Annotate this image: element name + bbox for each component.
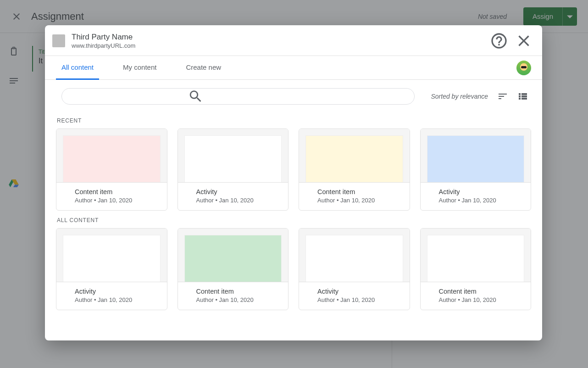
sort-label: Sorted by relevance <box>431 93 488 100</box>
card-subtitle: Author • Jan 10, 2020 <box>439 197 524 204</box>
search-input[interactable] <box>61 88 415 105</box>
content-card[interactable]: ActivityAuthor • Jan 10, 2020 <box>299 228 410 310</box>
recent-grid: Content itemAuthor • Jan 10, 2020Activit… <box>56 128 531 211</box>
tab-create-new[interactable]: Create new <box>180 56 227 80</box>
card-subtitle: Author • Jan 10, 2020 <box>196 296 281 303</box>
section-recent-label: RECENT <box>57 117 531 124</box>
card-subtitle: Author • Jan 10, 2020 <box>75 197 160 204</box>
content-card[interactable]: Content itemAuthor • Jan 10, 2020 <box>420 228 532 310</box>
card-subtitle: Author • Jan 10, 2020 <box>317 197 402 204</box>
tab-all-content[interactable]: All content <box>56 56 99 80</box>
modal-url: www.thirdpartyURL.com <box>72 42 483 49</box>
card-title: Activity <box>196 188 281 195</box>
tab-my-content[interactable]: My content <box>117 56 162 80</box>
content-card[interactable]: Content itemAuthor • Jan 10, 2020 <box>178 228 289 310</box>
card-subtitle: Author • Jan 10, 2020 <box>317 296 402 303</box>
card-title: Content item <box>439 288 524 295</box>
card-thumbnail <box>305 235 403 282</box>
card-title: Content item <box>317 188 402 195</box>
content-picker-modal: Third Party Name www.thirdpartyURL.com A… <box>45 25 542 340</box>
content-card[interactable]: ActivityAuthor • Jan 10, 2020 <box>178 128 289 211</box>
card-thumbnail <box>427 135 525 182</box>
card-title: Content item <box>196 288 281 295</box>
search-field[interactable] <box>327 93 408 100</box>
card-thumbnail <box>63 235 161 282</box>
card-thumbnail <box>305 135 403 182</box>
modal-title: Third Party Name <box>72 33 483 42</box>
sort-icon[interactable] <box>497 91 508 102</box>
card-subtitle: Author • Jan 10, 2020 <box>439 296 524 303</box>
card-thumbnail <box>63 135 161 182</box>
card-thumbnail <box>184 135 282 182</box>
list-view-icon[interactable] <box>517 91 528 102</box>
content-card[interactable]: ActivityAuthor • Jan 10, 2020 <box>56 228 167 310</box>
content-card[interactable]: ActivityAuthor • Jan 10, 2020 <box>420 128 532 211</box>
content-card[interactable]: Content itemAuthor • Jan 10, 2020 <box>299 128 410 211</box>
card-title: Activity <box>439 188 524 195</box>
card-title: Activity <box>317 288 402 295</box>
card-subtitle: Author • Jan 10, 2020 <box>75 296 160 303</box>
section-all-label: ALL CONTENT <box>57 217 531 223</box>
help-icon[interactable] <box>490 32 508 50</box>
card-subtitle: Author • Jan 10, 2020 <box>196 197 281 204</box>
avatar[interactable] <box>516 61 531 75</box>
card-thumbnail <box>184 235 282 282</box>
allcontent-grid: ActivityAuthor • Jan 10, 2020Content ite… <box>56 228 531 310</box>
third-party-logo <box>52 34 65 47</box>
content-card[interactable]: Content itemAuthor • Jan 10, 2020 <box>56 128 167 211</box>
card-title: Activity <box>75 288 160 295</box>
card-title: Content item <box>75 188 160 195</box>
search-icon <box>68 89 323 104</box>
close-icon[interactable] <box>515 32 533 50</box>
card-thumbnail <box>427 235 525 282</box>
